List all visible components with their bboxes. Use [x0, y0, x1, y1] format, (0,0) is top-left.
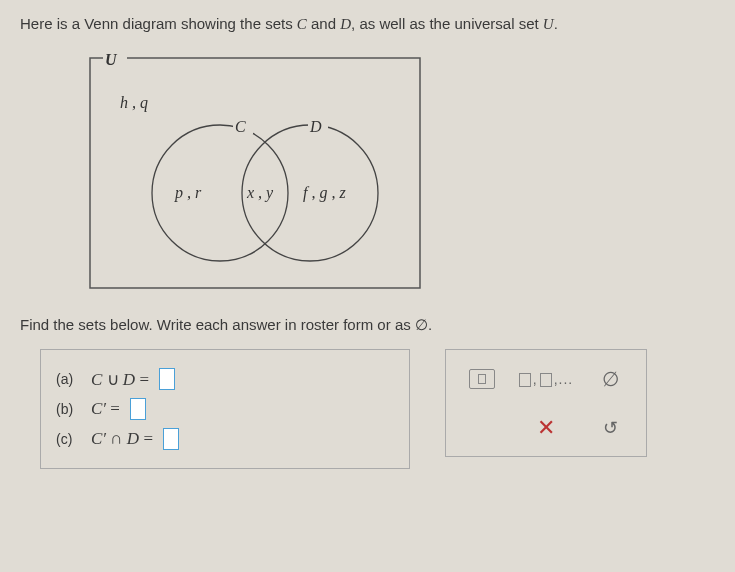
input-a[interactable] [159, 368, 175, 390]
d-label: D [309, 118, 322, 135]
answer-b: (b) C′ = [56, 398, 389, 420]
region-d-only: f , g , z [303, 184, 346, 202]
region-c-only: p , r [174, 184, 202, 202]
tool-set-braces[interactable] [452, 356, 512, 401]
tool-blank [452, 405, 512, 450]
u-label: U [105, 51, 118, 68]
input-c[interactable] [163, 428, 179, 450]
tool-empty-set[interactable]: ∅ [580, 356, 640, 401]
intro-text: Here is a Venn diagram showing the sets … [20, 15, 715, 33]
region-outside: h , q [120, 94, 148, 112]
tool-reset[interactable]: ↺ [580, 405, 640, 450]
tool-clear[interactable]: ✕ [516, 405, 576, 450]
c-label: C [235, 118, 246, 135]
region-intersection: x , y [246, 184, 274, 202]
input-b[interactable] [130, 398, 146, 420]
toolbox: ,,... ∅ ✕ ↺ [445, 349, 647, 457]
tool-roster-list[interactable]: ,,... [516, 356, 576, 401]
answer-a: (a) C ∪ D = [56, 368, 389, 390]
answers-box: (a) C ∪ D = (b) C′ = (c) C′ ∩ D = [40, 349, 410, 469]
venn-diagram: U C D h , q p , r x , y f , g , z [75, 43, 715, 306]
prompt-text: Find the sets below. Write each answer i… [20, 316, 715, 334]
svg-rect-0 [90, 58, 420, 288]
answer-c: (c) C′ ∩ D = [56, 428, 389, 450]
